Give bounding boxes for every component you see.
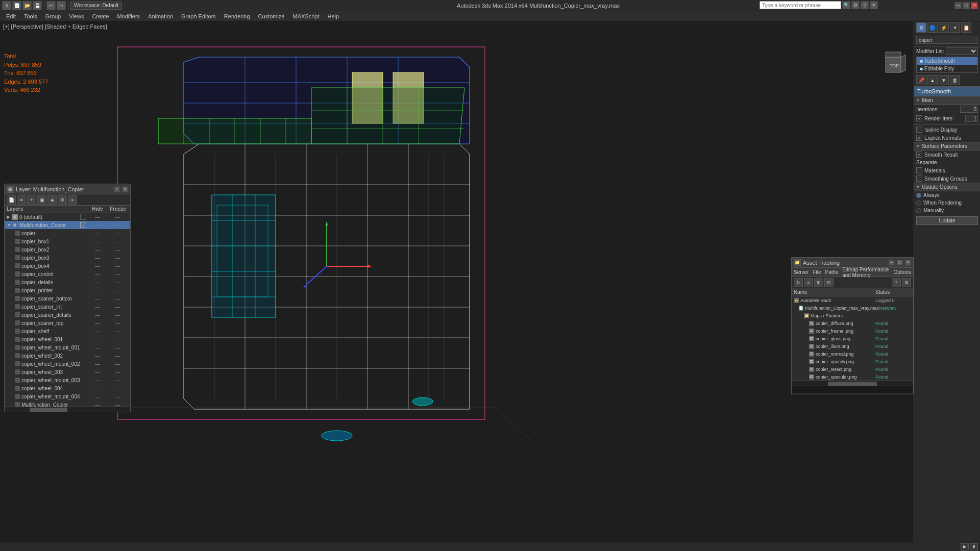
menu-edit[interactable]: Edit [2, 12, 20, 20]
search-extra-1[interactable]: ⚙ [851, 1, 860, 9]
asset-row-diffuse[interactable]: 🖼 copier_diffuse.png Found [807, 319, 913, 327]
undo-btn[interactable]: ↩ [46, 1, 56, 10]
menu-rendering[interactable]: Rendering [220, 12, 254, 20]
menu-views[interactable]: Views [65, 12, 88, 20]
mod-move-up-icon[interactable]: ▲ [927, 75, 938, 85]
redo-btn[interactable]: ↪ [57, 1, 66, 10]
explicit-normals-checkbox[interactable] [916, 135, 922, 141]
menu-animation[interactable]: Animation [144, 12, 177, 20]
layer-row-scaner-bot[interactable]: copier_scaner_bottom — — [5, 294, 130, 303]
layer-row-scaner-top[interactable]: copier_scaner_top — — [5, 319, 130, 327]
smooth-result-checkbox[interactable] [916, 152, 922, 158]
modifier-list-dropdown[interactable] [946, 47, 978, 55]
asset-row-reract[interactable]: 🖼 copier_reract.png Found [807, 365, 913, 373]
turbosmooth-item[interactable]: ■ TurboSmooth [917, 57, 977, 65]
layer-row-copier[interactable]: copier — — [5, 229, 130, 237]
asset-row-max-file[interactable]: 📄 Multifunction_Copier_max_vray.max Netw… [797, 304, 913, 312]
layer-row-main[interactable]: ▼ ▦ Multifunction_Copier ✓ — — [5, 221, 130, 229]
asset-expand-btn[interactable]: ⊞ [814, 278, 823, 287]
layer-select-btn[interactable]: ▣ [37, 195, 46, 205]
search-extra-3[interactable]: ✕ [870, 1, 878, 9]
layer-row-control[interactable]: copier_control — — [5, 270, 130, 278]
layer-row-w001[interactable]: copier_wheel_001 — — [5, 335, 130, 343]
search-button[interactable]: 🔍 [842, 1, 850, 9]
menu-modifiers[interactable]: Modifiers [113, 12, 144, 20]
menu-help[interactable]: Help [324, 12, 344, 20]
asset-panel-close[interactable]: ✕ [905, 260, 911, 266]
mod-icon-3[interactable]: ⚡ [939, 22, 949, 33]
always-radio[interactable] [916, 193, 921, 198]
anim-btn[interactable]: ⏸ [970, 543, 978, 550]
isoline-checkbox[interactable] [916, 127, 922, 133]
search-input[interactable] [760, 1, 841, 9]
mod-icon-5[interactable]: 📋 [961, 22, 971, 33]
workspace-selector[interactable]: Workspace: Default [70, 2, 122, 10]
menu-customize[interactable]: Customize [254, 12, 289, 20]
layer-row-wm004[interactable]: copier_wheel_mount_004 — — [5, 392, 130, 400]
layer-row-w004[interactable]: copier_wheel_004 — — [5, 384, 130, 392]
layer-row-box1[interactable]: copier_box1 — — [5, 237, 130, 245]
layer-row-mc[interactable]: Multifunction_Copier — — [5, 400, 130, 407]
close-btn[interactable]: ✕ [971, 2, 978, 9]
asset-refresh-btn[interactable]: ↻ [794, 278, 803, 287]
menu-tools[interactable]: Tools [20, 12, 41, 20]
layer-row-box2[interactable]: copier_box2 — — [5, 245, 130, 254]
layer-row-w002[interactable]: copier_wheel_002 — — [5, 352, 130, 360]
layer-highlight-btn[interactable]: ◈ [47, 195, 57, 205]
view-cube[interactable]: TOP [875, 47, 906, 78]
layer-row-w003[interactable]: copier_wheel_003 — — [5, 368, 130, 376]
save-btn[interactable]: 💾 [33, 1, 42, 10]
menu-create[interactable]: Create [88, 12, 113, 20]
asset-menu-file[interactable]: File [813, 269, 821, 275]
maximize-btn[interactable]: □ [963, 2, 970, 9]
object-name-input[interactable] [916, 36, 978, 44]
layer-check-default[interactable] [80, 214, 86, 220]
layer-row-wm002[interactable]: copier_wheel_mount_002 — — [5, 360, 130, 368]
asset-list-btn[interactable]: ≡ [804, 278, 813, 287]
layer-delete-btn[interactable]: ✕ [17, 195, 26, 205]
layer-panel-close[interactable]: ✕ [122, 186, 128, 192]
open-btn[interactable]: 📂 [22, 1, 32, 10]
asset-row-maps[interactable]: 📁 Maps / Shaders [802, 312, 913, 319]
asset-scrollbar[interactable] [792, 381, 913, 386]
mod-icon-2[interactable]: 🔵 [927, 22, 938, 33]
mod-pin-icon[interactable]: 📌 [916, 75, 926, 85]
layer-settings-btn[interactable]: ⚙ [58, 195, 67, 205]
layer-active-check[interactable]: ✓ [80, 222, 86, 228]
turbosmooth-section-header[interactable]: TurboSmooth [914, 86, 980, 96]
editable-poly-item[interactable]: ■ Editable Poly [917, 65, 977, 72]
layer-panel-scrollbar[interactable] [5, 407, 130, 412]
asset-panel-minimize[interactable]: ─ [889, 260, 895, 266]
asset-menu-server[interactable]: Server [794, 269, 808, 275]
mod-delete-icon[interactable]: 🗑 [950, 75, 960, 85]
render-iters-checkbox[interactable] [916, 115, 922, 121]
layer-extra-btn[interactable]: ≡ [68, 195, 77, 205]
smoothing-groups-checkbox[interactable] [916, 176, 922, 182]
menu-graph-editors[interactable]: Graph Editors [177, 12, 220, 20]
asset-row-fresnel[interactable]: 🖼 copier_fresnel.png Found [807, 327, 913, 335]
asset-row-gloss[interactable]: 🖼 copier_gloss.png Found [807, 335, 913, 342]
update-button[interactable]: Update [916, 216, 978, 225]
layer-new-btn[interactable]: 📄 [7, 195, 16, 205]
when-rendering-radio[interactable] [916, 201, 921, 206]
layer-row-wm003[interactable]: copier_wheel_mount_003 — — [5, 376, 130, 384]
mod-icon-1[interactable]: ⚙ [916, 22, 926, 33]
asset-path-input[interactable] [792, 386, 913, 393]
mod-icon-4[interactable]: ✦ [950, 22, 960, 33]
layer-row-scaner-int[interactable]: copier_scaner_int — — [5, 303, 130, 311]
asset-menu-options[interactable]: Options [894, 269, 911, 275]
layer-panel-help[interactable]: ? [114, 186, 120, 192]
asset-row-normal[interactable]: 🖼 copier_normal.png Found [807, 350, 913, 358]
asset-menu-bitmap[interactable]: Bitmap Performance and Memory [842, 267, 889, 278]
layer-row-default[interactable]: ▶ ▦ 0 (default) — — [5, 213, 130, 221]
asset-panel-maximize[interactable]: □ [897, 260, 903, 266]
mod-move-down-icon[interactable]: ▼ [939, 75, 949, 85]
layer-row-wm001[interactable]: copier_wheel_mount_001 — — [5, 343, 130, 352]
layer-row-details[interactable]: copier_details — — [5, 278, 130, 286]
turbosmooth-main-header[interactable]: Main [914, 96, 980, 105]
new-btn[interactable]: 📄 [12, 1, 21, 10]
materials-checkbox[interactable] [916, 167, 922, 173]
asset-menu-paths[interactable]: Paths [825, 269, 839, 275]
manually-radio[interactable] [916, 208, 921, 213]
asset-row-illum[interactable]: 🖼 copier_illum.png Found [807, 342, 913, 350]
